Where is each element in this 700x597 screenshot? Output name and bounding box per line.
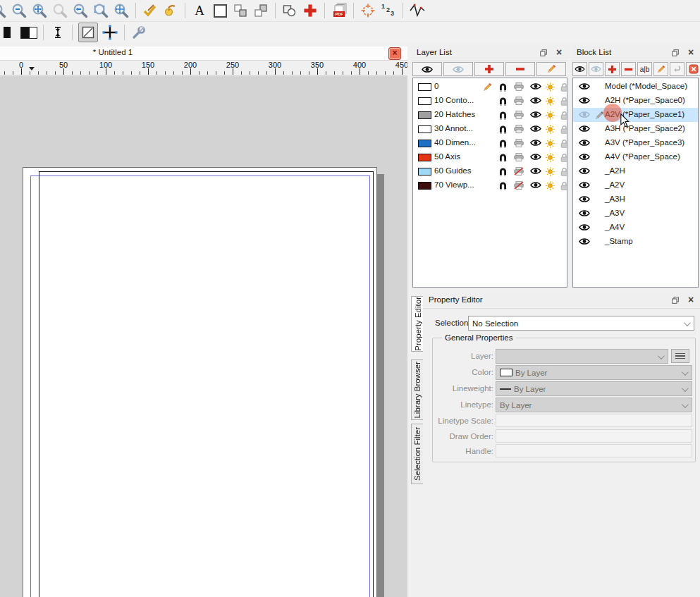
- tools-options-icon[interactable]: [130, 24, 147, 41]
- printer-icon[interactable]: [514, 139, 524, 147]
- eye-icon[interactable]: [579, 167, 590, 175]
- lock-icon[interactable]: [560, 97, 567, 106]
- close-panel-icon[interactable]: ×: [556, 47, 562, 58]
- zoom-pan-icon[interactable]: [113, 2, 130, 19]
- remove-block-button[interactable]: [621, 62, 636, 76]
- sun-icon[interactable]: [546, 97, 555, 106]
- add-entity-icon[interactable]: [302, 2, 319, 19]
- tab-selection-filter[interactable]: Selection Filter: [411, 424, 424, 484]
- block-row[interactable]: _A3V: [573, 207, 698, 221]
- explode-icon[interactable]: [281, 2, 298, 19]
- lock-icon[interactable]: [560, 167, 567, 176]
- eye-icon[interactable]: [530, 82, 541, 90]
- float-panel-icon[interactable]: [540, 49, 547, 56]
- printer-icon[interactable]: [514, 82, 524, 91]
- float-panel-icon[interactable]: [672, 49, 679, 56]
- eye-icon[interactable]: [579, 223, 590, 231]
- block-row[interactable]: A3H (*Paper_Space2): [573, 122, 698, 136]
- magnet-icon[interactable]: [498, 97, 508, 106]
- layer-row[interactable]: 30 Annot...: [413, 122, 567, 136]
- eye-icon[interactable]: [530, 125, 541, 133]
- magnet-icon[interactable]: [498, 139, 508, 148]
- printer-off-icon[interactable]: [514, 181, 524, 190]
- float-panel-icon[interactable]: [672, 297, 679, 304]
- rectangle-tool-icon[interactable]: [211, 2, 228, 19]
- tab-close-button[interactable]: ×: [388, 47, 401, 60]
- hide-all-layers-button[interactable]: [443, 62, 473, 76]
- zoom-window-icon[interactable]: [92, 2, 109, 19]
- eye-icon[interactable]: [579, 181, 590, 189]
- crosshair-snap-icon[interactable]: [102, 24, 118, 41]
- layer-row[interactable]: 70 Viewp...: [413, 178, 567, 192]
- block-row[interactable]: _A3H: [573, 192, 698, 207]
- eye-icon[interactable]: [530, 167, 541, 175]
- magnet-icon[interactable]: [498, 181, 508, 190]
- block-row[interactable]: _A2V: [573, 178, 698, 192]
- zoom-previous-icon[interactable]: [72, 2, 89, 19]
- add-layer-button[interactable]: [474, 62, 504, 76]
- eye-icon[interactable]: [579, 195, 590, 203]
- eye-icon[interactable]: [579, 153, 590, 161]
- draft-mode-toggle[interactable]: [78, 23, 98, 42]
- eye-icon[interactable]: [530, 97, 541, 104]
- remove-layer-button[interactable]: [505, 62, 535, 76]
- printer-off-icon[interactable]: [514, 167, 524, 176]
- action-undo-icon[interactable]: [162, 2, 179, 19]
- show-all-blocks-button[interactable]: [572, 62, 587, 76]
- block-row[interactable]: A4V (*Paper_Space): [573, 150, 698, 164]
- lock-icon[interactable]: [560, 139, 567, 148]
- layer-row[interactable]: 10 Conto...: [413, 94, 567, 108]
- sun-icon[interactable]: [546, 125, 555, 134]
- eye-icon[interactable]: [530, 181, 541, 189]
- order-to-front-icon[interactable]: [232, 2, 249, 19]
- remove-all-blocks-button[interactable]: [686, 62, 700, 76]
- zoom-out-icon[interactable]: [11, 2, 27, 19]
- zoom-redo-icon[interactable]: [51, 2, 68, 19]
- eye-icon[interactable]: [579, 238, 590, 245]
- printer-icon[interactable]: [514, 153, 524, 161]
- order-to-back-icon[interactable]: [252, 2, 269, 19]
- eye-icon[interactable]: [579, 97, 590, 104]
- tab-library-browser[interactable]: Library Browser: [411, 359, 424, 420]
- center-point-icon[interactable]: [360, 2, 376, 19]
- block-row-selected[interactable]: A2V (*Paper_Space1): [573, 108, 698, 122]
- rename-block-button[interactable]: a|b: [637, 62, 652, 76]
- lock-icon[interactable]: [560, 82, 567, 92]
- document-tab-title[interactable]: * Untitled 1: [70, 48, 155, 56]
- printer-icon[interactable]: [514, 111, 524, 119]
- eye-icon[interactable]: [579, 139, 590, 147]
- eye-icon[interactable]: [530, 111, 541, 118]
- sun-icon[interactable]: [546, 82, 555, 92]
- numbered-points-icon[interactable]: 123: [380, 2, 397, 19]
- fit-width-icon[interactable]: [49, 24, 66, 41]
- block-row[interactable]: _Stamp: [573, 235, 698, 249]
- spline-tool-icon[interactable]: [409, 2, 426, 19]
- sun-icon[interactable]: [546, 167, 555, 176]
- eye-icon[interactable]: [530, 153, 541, 161]
- block-row[interactable]: Model (*Model_Space): [573, 80, 698, 94]
- eye-icon[interactable]: [530, 139, 541, 147]
- zoom-auto-icon[interactable]: [31, 2, 48, 19]
- drawing-canvas[interactable]: Изм Кол.уч Лист № док Подпись Дата г. Ом…: [0, 75, 407, 597]
- layer-row[interactable]: 40 Dimen...: [413, 136, 567, 150]
- pencil-icon[interactable]: [482, 82, 492, 92]
- close-panel-icon[interactable]: ×: [688, 294, 694, 305]
- lineweight-swatch-icon[interactable]: [20, 24, 37, 41]
- edit-layer-button[interactable]: [536, 62, 566, 76]
- pdf-export-icon[interactable]: PDF: [331, 2, 348, 19]
- selection-combobox[interactable]: No Selection: [468, 316, 694, 331]
- sun-icon[interactable]: [546, 139, 555, 148]
- eye-off-icon[interactable]: [579, 111, 590, 118]
- lock-icon[interactable]: [560, 181, 567, 190]
- layer-row[interactable]: 0: [413, 80, 567, 94]
- add-block-button[interactable]: [605, 62, 620, 76]
- magnet-icon[interactable]: [498, 153, 508, 162]
- block-row[interactable]: _A4V: [573, 221, 698, 235]
- lock-icon[interactable]: [560, 153, 567, 162]
- sun-icon[interactable]: [546, 111, 555, 120]
- printer-icon[interactable]: [514, 97, 524, 105]
- layer-row[interactable]: 20 Hatches: [413, 108, 567, 122]
- text-tool-icon[interactable]: A: [191, 2, 208, 19]
- eye-icon[interactable]: [579, 209, 590, 217]
- printer-icon[interactable]: [514, 125, 524, 133]
